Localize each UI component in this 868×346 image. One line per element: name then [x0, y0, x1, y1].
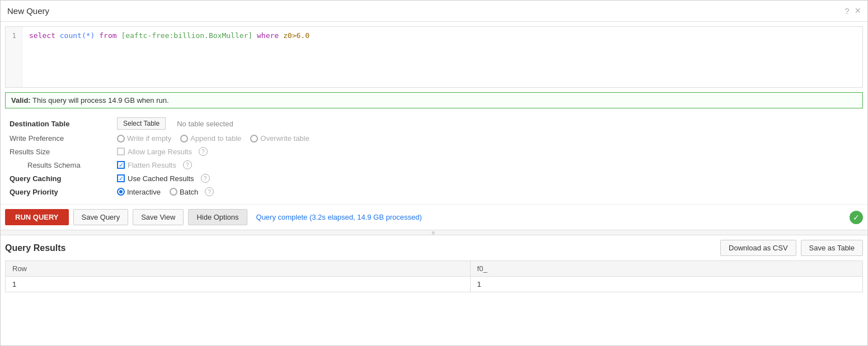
allow-large-results-checkbox[interactable]	[117, 148, 125, 155]
divider-dots: ≡	[432, 230, 437, 236]
interactive-radio[interactable]	[117, 188, 125, 196]
save-query-button[interactable]: Save Query	[73, 209, 129, 225]
results-size-label: Results Size	[5, 148, 117, 156]
use-cached-results-option[interactable]: ✓ Use Cached Results	[117, 174, 194, 183]
write-preference-label: Write Preference	[5, 134, 117, 143]
results-schema-row: Results Schema ✓ Flatten Results ?	[5, 158, 863, 172]
keyword-select: select	[29, 31, 55, 40]
valid-label: Valid:	[11, 96, 31, 105]
append-to-table-radio[interactable]	[180, 135, 188, 143]
select-table-button[interactable]: Select Table	[117, 117, 166, 130]
append-to-table-option[interactable]: Append to table	[180, 134, 241, 143]
cell-row-num: 1	[6, 277, 471, 292]
dialog-title: New Query	[7, 6, 49, 16]
save-view-button[interactable]: Save View	[133, 209, 184, 225]
results-size-controls: Allow Large Results ?	[117, 147, 208, 156]
hide-options-button[interactable]: Hide Options	[188, 209, 247, 225]
table-ref: [eaftc-free:billion.BoxMuller]	[121, 31, 252, 40]
flatten-results-checkbox[interactable]: ✓	[117, 161, 125, 169]
interactive-label: Interactive	[127, 188, 161, 196]
use-cached-results-label: Use Cached Results	[128, 174, 194, 183]
new-query-dialog: New Query ? × 1 select count(*) from [ea…	[0, 0, 868, 346]
allow-large-results-option[interactable]: Allow Large Results	[117, 148, 192, 156]
code-editor[interactable]: 1 select count(*) from [eaftc-free:billi…	[5, 26, 863, 88]
results-title: Query Results	[5, 243, 65, 253]
allow-large-results-label: Allow Large Results	[128, 148, 192, 156]
dialog-header: New Query ? ×	[1, 1, 867, 22]
query-priority-controls: Interactive Batch ?	[117, 187, 214, 196]
results-size-row: Results Size Allow Large Results ?	[5, 145, 863, 158]
validation-bar: Valid: This query will process 14.9 GB w…	[5, 92, 863, 108]
results-table-header-row: Row f0_	[6, 261, 863, 277]
query-caching-help-icon[interactable]: ?	[201, 174, 210, 183]
query-priority-help-icon[interactable]: ?	[205, 187, 214, 196]
func-count: count(*)	[60, 31, 95, 40]
interactive-option[interactable]: Interactive	[117, 188, 161, 196]
run-query-button[interactable]: RUN QUERY	[5, 209, 69, 225]
results-table-header: Row f0_	[6, 261, 863, 277]
code-content[interactable]: select count(*) from [eaftc-free:billion…	[22, 27, 862, 87]
cell-f0-val: 1	[470, 277, 862, 292]
success-icon: ✓	[850, 211, 863, 224]
results-actions: Download as CSV Save as Table	[720, 240, 863, 256]
batch-radio[interactable]	[170, 188, 177, 196]
close-icon[interactable]: ×	[855, 5, 861, 17]
destination-table-label: Destination Table	[5, 120, 117, 128]
results-schema-label: Results Schema	[5, 161, 117, 169]
results-size-help-icon[interactable]: ?	[199, 147, 208, 156]
action-bar: RUN QUERY Save Query Save View Hide Opti…	[1, 204, 867, 230]
write-preference-options: Write if empty Append to table Overwrite…	[117, 134, 309, 143]
destination-table-controls: Select Table No table selected	[117, 117, 233, 130]
col-row: Row	[6, 261, 471, 277]
query-priority-options: Interactive Batch	[117, 188, 198, 196]
results-table: Row f0_ 1 1	[5, 260, 863, 292]
download-csv-button[interactable]: Download as CSV	[720, 240, 796, 256]
batch-label: Batch	[180, 188, 198, 196]
overwrite-table-option[interactable]: Overwrite table	[250, 134, 309, 143]
dialog-controls: ? ×	[844, 5, 861, 17]
results-section: Query Results Download as CSV Save as Ta…	[1, 235, 867, 297]
batch-option[interactable]: Batch	[170, 188, 198, 196]
flatten-results-label: Flatten Results	[128, 161, 176, 169]
results-schema-controls: ✓ Flatten Results ?	[117, 160, 192, 169]
overwrite-table-radio[interactable]	[250, 135, 258, 143]
write-preference-row: Write Preference Write if empty Append t…	[5, 132, 863, 145]
options-section: Destination Table Select Table No table …	[5, 112, 863, 202]
line-number: 1	[6, 27, 22, 87]
flatten-results-option[interactable]: ✓ Flatten Results	[117, 161, 176, 169]
validation-message: This query will process 14.9 GB when run…	[32, 96, 169, 105]
destination-table-row: Destination Table Select Table No table …	[5, 115, 863, 132]
keyword-from: from	[99, 31, 116, 40]
no-table-text: No table selected	[177, 120, 233, 128]
query-caching-controls: ✓ Use Cached Results ?	[117, 174, 210, 183]
col-f0: f0_	[470, 261, 862, 277]
query-caching-row: Query Caching ✓ Use Cached Results ?	[5, 172, 863, 185]
help-icon[interactable]: ?	[844, 6, 849, 16]
use-cached-results-checkbox[interactable]: ✓	[117, 174, 125, 182]
keyword-where: where	[257, 31, 279, 40]
results-schema-help-icon[interactable]: ?	[183, 160, 192, 169]
results-header: Query Results Download as CSV Save as Ta…	[5, 240, 863, 256]
divider-handle[interactable]: ≡	[1, 230, 867, 235]
query-priority-row: Query Priority Interactive Batch ?	[5, 185, 863, 198]
results-table-body: 1 1	[6, 277, 863, 292]
query-caching-label: Query Caching	[5, 174, 117, 183]
overwrite-table-label: Overwrite table	[260, 134, 309, 143]
query-status: Query complete (3.2s elapsed, 14.9 GB pr…	[256, 213, 422, 221]
write-if-empty-option[interactable]: Write if empty	[117, 134, 171, 143]
write-if-empty-radio[interactable]	[117, 135, 125, 143]
save-as-table-button[interactable]: Save as Table	[801, 240, 863, 256]
query-priority-label: Query Priority	[5, 188, 117, 196]
write-if-empty-label: Write if empty	[127, 134, 171, 143]
table-row: 1 1	[6, 277, 863, 292]
condition-value: z0>6.0	[283, 31, 309, 40]
append-to-table-label: Append to table	[190, 134, 241, 143]
